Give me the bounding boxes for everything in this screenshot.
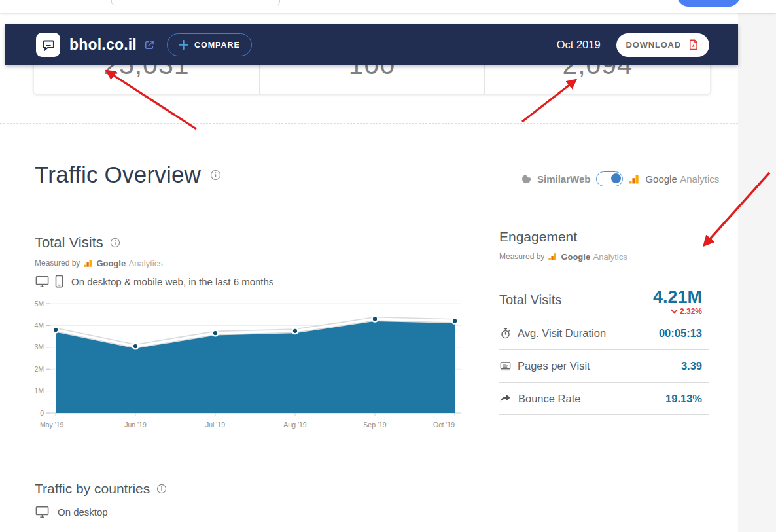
svg-text:5M: 5M [34,300,44,308]
metric-value: 4.21M [653,288,702,306]
bounce-arrow-icon [499,393,512,404]
analytics-wordmark: Analytics [680,173,719,185]
google-analytics-mini-icon [84,259,92,268]
info-icon[interactable] [110,238,120,248]
analytics-wordmark: Analytics [593,252,627,262]
analytics-wordmark: Analytics [129,258,163,268]
desktop-icon [35,275,50,288]
mobile-icon [55,275,63,288]
similarweb-logo-icon [521,174,531,184]
google-analytics-logo-icon [629,174,639,185]
download-button[interactable]: DOWNLOAD [616,33,709,57]
metric-value: 00:05:13 [659,327,702,340]
measured-by-label: Measured by [35,258,80,268]
report-period: Oct 2019 [557,39,601,51]
search-input[interactable] [111,0,280,5]
toggle-knob [611,173,621,183]
svg-text:Sep '19: Sep '19 [363,421,386,429]
similarweb-wordmark: SimilarWeb [537,173,590,185]
domain-name: bhol.co.il [69,36,137,54]
scope-note: On desktop [58,506,108,518]
info-icon[interactable] [210,169,221,181]
metric-label: Avg. Visit Duration [518,327,606,340]
metric-change-badge: 2.32% [653,307,702,316]
countries-title: Traffic by countries [35,481,150,497]
info-icon[interactable] [156,484,167,494]
website-favicon [36,33,60,57]
svg-text:2M: 2M [34,365,44,373]
engagement-row-pages-per-visit: Pages per Visit 3.39 [499,349,709,382]
download-button-label: DOWNLOAD [626,40,681,50]
chevron-down-icon [671,309,678,314]
top-navbar [0,0,776,13]
google-analytics-mini-icon [548,253,557,261]
metric-value: 3.39 [681,360,702,372]
section-dashed-divider [0,123,738,124]
engagement-panel: Engagement Measured by Google Analytics … [499,229,709,415]
svg-text:May '19: May '19 [40,421,64,429]
metric-label: Total Visits [499,288,561,308]
right-gutter [738,13,776,532]
external-link-icon[interactable] [143,39,155,51]
svg-text:1M: 1M [34,387,44,395]
metric-label: Bounce Rate [518,393,580,405]
engagement-row-total-visits: Total Visits 4.21M 2.32% [499,283,709,317]
svg-text:Oct '19: Oct '19 [433,421,455,429]
engagement-row-bounce-rate: Bounce Rate 19.13% [499,382,709,415]
scope-note: On desktop & mobile web, in the last 6 m… [71,276,273,287]
svg-text:Jun '19: Jun '19 [124,421,147,429]
svg-text:4M: 4M [34,321,44,329]
pages-icon [499,360,512,372]
total-visits-title: Total Visits [35,234,103,251]
page-title: Traffic Overview [35,162,201,188]
google-wordmark: Google [561,252,590,262]
engagement-row-avg-visit-duration: Avg. Visit Duration 00:05:13 [499,317,709,349]
title-underline [35,205,115,205]
pdf-file-icon [687,39,699,51]
site-header-bar: bhol.co.il COMPARE Oct 2019 DOWNLOAD [5,24,738,65]
google-wordmark: Google [96,258,126,268]
chat-window-icon [41,38,56,52]
google-wordmark: Google [645,173,677,185]
compare-button[interactable]: COMPARE [167,33,252,56]
svg-text:3M: 3M [34,343,44,351]
engagement-title: Engagement [499,229,577,245]
stopwatch-icon [499,327,512,340]
analytics-dashboard: 25,031 100 2,094 bhol.co.il COM [0,0,776,532]
metric-value: 19.13% [665,393,702,405]
primary-action-button[interactable] [677,0,740,7]
metric-label: Pages per Visit [518,360,590,372]
plus-icon [179,40,188,50]
source-toggle-switch[interactable] [596,171,623,186]
svg-text:Jul '19: Jul '19 [205,421,225,429]
data-source-toggle-row: SimilarWeb Google Analytics [521,170,719,188]
svg-text:0: 0 [40,409,44,417]
chart-x-axis-labels: May '19Jun '19Jul '19Aug '19Sep '19Oct '… [40,413,455,429]
measured-by-label: Measured by [499,252,544,261]
desktop-icon [35,505,50,518]
total-visits-area-chart[interactable]: 01M2M3M4M5M May '19Jun '19Jul '19Aug '19… [25,296,465,436]
compare-button-label: COMPARE [194,41,240,50]
svg-text:Aug '19: Aug '19 [283,421,306,429]
